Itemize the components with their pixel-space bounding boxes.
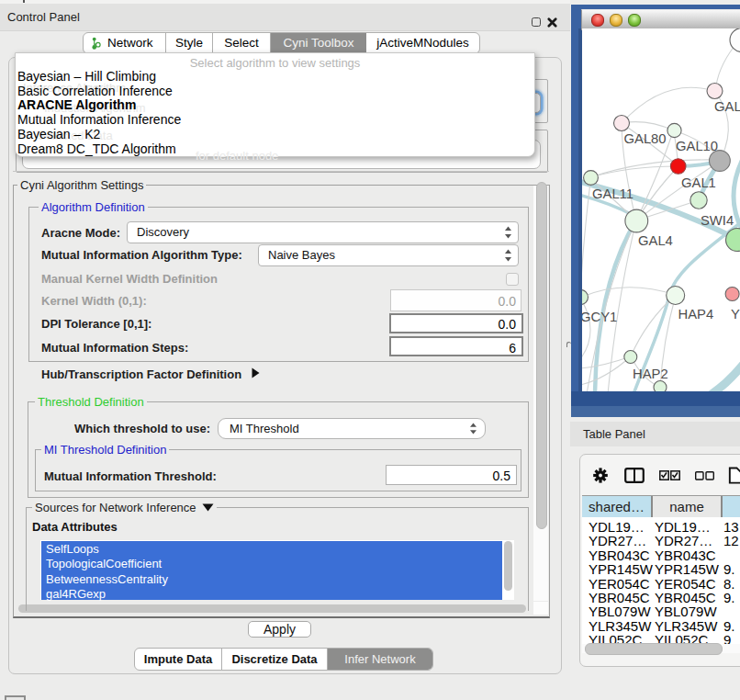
svg-text:GAL11: GAL11 [592,186,633,201]
svg-text:GAL80: GAL80 [624,131,667,146]
svg-text:Y: Y [731,307,740,322]
svg-text:GCY1: GCY1 [582,310,617,324]
svg-text:GAL10: GAL10 [676,139,718,153]
svg-text:GAL4: GAL4 [638,233,673,248]
svg-text:HAP2: HAP2 [633,367,668,381]
svg-text:GAL1: GAL1 [681,175,716,190]
svg-text:HAP4: HAP4 [678,307,714,322]
svg-text:SWI4: SWI4 [701,213,734,228]
svg-text:GAL7: GAL7 [714,99,740,114]
